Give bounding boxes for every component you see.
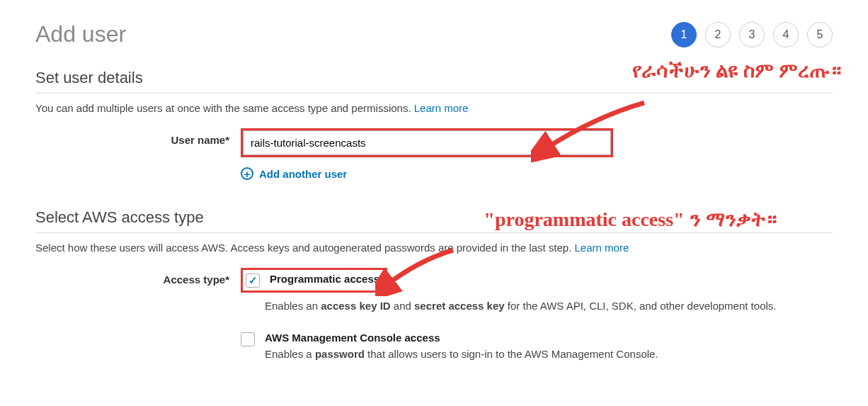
console-access-desc: Enables a password that allows users to … — [265, 346, 732, 363]
step-2[interactable]: 2 — [705, 22, 731, 47]
step-3[interactable]: 3 — [739, 22, 765, 47]
annotation-highlight-programmatic: Programmatic access — [241, 268, 387, 293]
section-access-type-title: Select AWS access type — [35, 208, 833, 233]
programmatic-access-desc: Enables an access key ID and secret acce… — [265, 298, 833, 315]
console-access-title: AWS Management Console access — [265, 332, 732, 344]
step-5[interactable]: 5 — [807, 22, 833, 47]
step-indicator: 1 2 3 4 5 — [671, 22, 833, 47]
console-access-checkbox[interactable] — [241, 332, 255, 346]
username-input[interactable] — [243, 130, 611, 155]
programmatic-access-title: Programmatic access — [270, 273, 379, 285]
section-set-user-details-desc: You can add multiple users at once with … — [35, 102, 833, 114]
section-access-type-desc: Select how these users will access AWS. … — [35, 242, 833, 254]
add-another-user-label: Add another user — [259, 168, 347, 180]
step-4[interactable]: 4 — [773, 22, 799, 47]
section-set-user-details-title: Set user details — [35, 69, 833, 94]
plus-icon: + — [241, 167, 253, 180]
page-title: Add user — [35, 21, 126, 47]
username-label: User name* — [35, 128, 241, 146]
annotation-highlight-username — [241, 128, 613, 157]
add-another-user-button[interactable]: + Add another user — [241, 167, 833, 180]
learn-more-link[interactable]: Learn more — [414, 102, 469, 114]
access-type-label: Access type* — [35, 268, 241, 286]
step-1[interactable]: 1 — [671, 22, 697, 47]
programmatic-access-checkbox[interactable] — [246, 274, 260, 288]
learn-more-link-2[interactable]: Learn more — [575, 242, 629, 254]
